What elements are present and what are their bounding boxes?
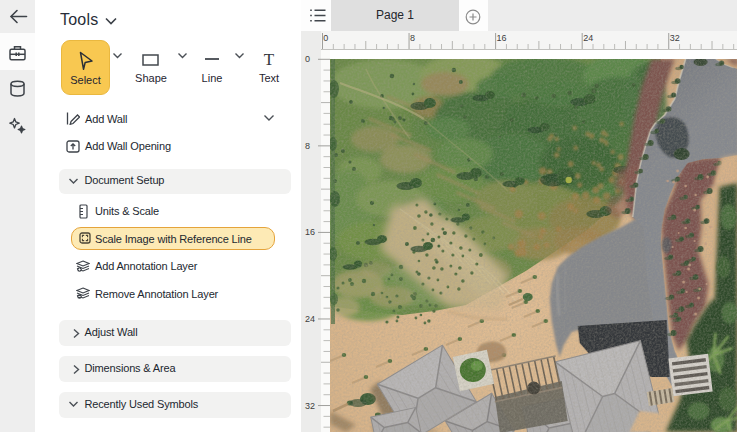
svg-text:0: 0 bbox=[323, 33, 328, 43]
svg-text:32: 32 bbox=[670, 33, 680, 43]
svg-text:32: 32 bbox=[305, 401, 315, 411]
svg-text:16: 16 bbox=[497, 33, 507, 43]
svg-text:8: 8 bbox=[305, 141, 310, 151]
svg-text:0: 0 bbox=[305, 54, 310, 64]
svg-text:16: 16 bbox=[305, 227, 315, 237]
svg-text:24: 24 bbox=[583, 33, 593, 43]
svg-text:24: 24 bbox=[305, 314, 315, 324]
svg-text:8: 8 bbox=[410, 33, 415, 43]
